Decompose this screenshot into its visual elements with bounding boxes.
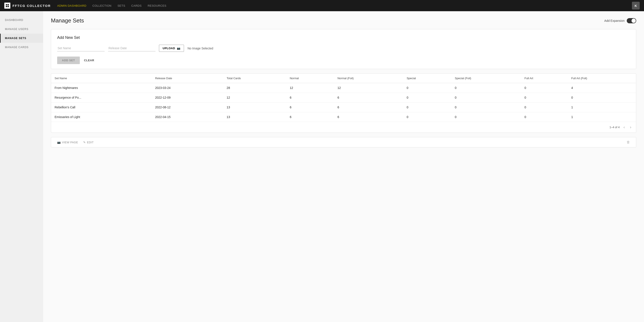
svg-rect-1 [8, 4, 9, 6]
page-title: Manage Sets [51, 17, 84, 24]
table-cell: 2022-12-09 [152, 93, 223, 103]
table-cell: 0 [403, 103, 451, 112]
col-normal-foil: Normal (Foil) [334, 74, 403, 83]
table-cell: 4 [568, 83, 636, 93]
table-cell: 0 [403, 112, 451, 122]
bottom-toolbar-left: 📷 VIEW PAGE ✎ EDIT [57, 141, 94, 144]
table-cell: From Nightmares [51, 83, 152, 93]
edit-icon: ✎ [83, 141, 86, 144]
table-row[interactable]: Resurgence of Po...2022-12-0912660000 [51, 93, 636, 103]
table-cell: 13 [223, 112, 286, 122]
table-cell: Rebellion's Call [51, 103, 152, 112]
table-cell: 0 [452, 93, 521, 103]
table-cell: 0 [452, 103, 521, 112]
col-full-art: Full Art [521, 74, 568, 83]
sidebar-item-manage-users[interactable]: MANAGE USERS [0, 25, 43, 34]
sets-table: Set Name Release Date Total Cards Normal… [51, 74, 636, 122]
logo-text: FFTCG COLLECTOR [12, 4, 51, 8]
nav-links: ADMIN DASHBOARD COLLECTION SETS CARDS RE… [57, 4, 626, 7]
col-release-date: Release Date [152, 74, 223, 83]
nav-resources[interactable]: RESOURCES [148, 4, 166, 7]
table-row[interactable]: Emissaries of Light2022-04-1513660001 [51, 112, 636, 122]
table-cell: 0 [521, 83, 568, 93]
sidebar-item-manage-sets[interactable]: MANAGE SETS [0, 34, 43, 43]
edit-button[interactable]: ✎ EDIT [83, 141, 94, 144]
view-page-button[interactable]: 📷 VIEW PAGE [57, 141, 78, 144]
view-page-icon: 📷 [57, 141, 60, 144]
table-cell: 13 [223, 103, 286, 112]
table-cell: 2023-03-24 [152, 83, 223, 93]
layout: DASHBOARD MANAGE USERS MANAGE SETS MANAG… [0, 11, 644, 322]
main-content: Manage Sets Add Expansion Add New Set UP… [43, 11, 644, 322]
table-cell: 12 [223, 93, 286, 103]
table-cell: 0 [403, 83, 451, 93]
delete-button[interactable]: 🗑 [626, 140, 630, 144]
table-cell: 6 [286, 93, 334, 103]
col-special: Special [403, 74, 451, 83]
table-cell: 12 [334, 83, 403, 93]
add-expansion-row: Add Expansion [604, 18, 636, 23]
sidebar: DASHBOARD MANAGE USERS MANAGE SETS MANAG… [0, 11, 43, 322]
user-avatar[interactable]: K [632, 2, 640, 10]
table-cell: 0 [568, 93, 636, 103]
nav-cards[interactable]: CARDS [131, 4, 142, 7]
add-set-button[interactable]: ADD SET [57, 57, 80, 64]
release-date-input[interactable] [108, 45, 156, 51]
table-cell: 6 [286, 103, 334, 112]
sidebar-item-manage-cards[interactable]: MANAGE CARDS [0, 43, 43, 52]
table-cell: 6 [334, 93, 403, 103]
pagination-info: 1–4 of 4 [610, 126, 620, 129]
logo-icon [4, 3, 10, 9]
nav-sets[interactable]: SETS [118, 4, 125, 7]
upload-button[interactable]: UPLOAD 📷 [159, 45, 184, 52]
table-body: From Nightmares2023-03-242812120004Resur… [51, 83, 636, 122]
form-row-inputs: UPLOAD 📷 No Image Selected [57, 45, 630, 52]
table-cell: 0 [521, 112, 568, 122]
sidebar-item-dashboard[interactable]: DASHBOARD [0, 16, 43, 25]
table-cell: 0 [521, 93, 568, 103]
table-cell: 0 [452, 83, 521, 93]
bottom-toolbar: 📷 VIEW PAGE ✎ EDIT 🗑 [51, 137, 636, 147]
sets-table-section: Set Name Release Date Total Cards Normal… [51, 73, 636, 133]
table-cell: 0 [521, 103, 568, 112]
table-header: Set Name Release Date Total Cards Normal… [51, 74, 636, 83]
table-cell: 1 [568, 112, 636, 122]
set-name-input[interactable] [57, 45, 104, 51]
nav-collection[interactable]: COLLECTION [92, 4, 112, 7]
svg-rect-0 [6, 4, 7, 6]
upload-label: UPLOAD [162, 47, 175, 50]
table-cell: 2022-04-15 [152, 112, 223, 122]
table-row[interactable]: Rebellion's Call2022-08-1213660001 [51, 103, 636, 112]
table-footer: 1–4 of 4 ‹ › [51, 122, 636, 133]
col-normal: Normal [286, 74, 334, 83]
svg-rect-3 [8, 6, 9, 7]
view-page-label: VIEW PAGE [62, 141, 78, 144]
form-action-row: ADD SET CLEAR [57, 57, 630, 69]
table-cell: 28 [223, 83, 286, 93]
col-set-name: Set Name [51, 74, 152, 83]
top-nav: FFTCG COLLECTOR ADMIN DASHBOARD COLLECTI… [0, 0, 644, 11]
add-new-set-section: Add New Set UPLOAD 📷 No Image Selected A… [51, 29, 636, 69]
table-cell: Emissaries of Light [51, 112, 152, 122]
col-special-foil: Special (Foil) [452, 74, 521, 83]
table-cell: 6 [334, 103, 403, 112]
table-cell: 6 [334, 112, 403, 122]
table-cell: 2022-08-12 [152, 103, 223, 112]
no-image-label: No Image Selected [188, 47, 213, 50]
nav-admin-dashboard[interactable]: ADMIN DASHBOARD [57, 4, 86, 7]
table-cell: 1 [568, 103, 636, 112]
table-row[interactable]: From Nightmares2023-03-242812120004 [51, 83, 636, 93]
logo: FFTCG COLLECTOR [4, 3, 51, 9]
pagination-prev-button[interactable]: ‹ [622, 125, 626, 130]
page-header: Manage Sets Add Expansion [51, 17, 636, 24]
svg-rect-2 [6, 6, 7, 7]
pagination-next-button[interactable]: › [629, 125, 632, 130]
table-cell: 0 [403, 93, 451, 103]
add-new-set-title: Add New Set [57, 35, 630, 40]
edit-label: EDIT [87, 141, 94, 144]
add-expansion-toggle[interactable] [627, 18, 636, 23]
table-cell: Resurgence of Po... [51, 93, 152, 103]
toggle-knob [632, 19, 636, 23]
clear-button[interactable]: CLEAR [84, 59, 94, 62]
col-full-art-foil: Full Art (Foil) [568, 74, 636, 83]
